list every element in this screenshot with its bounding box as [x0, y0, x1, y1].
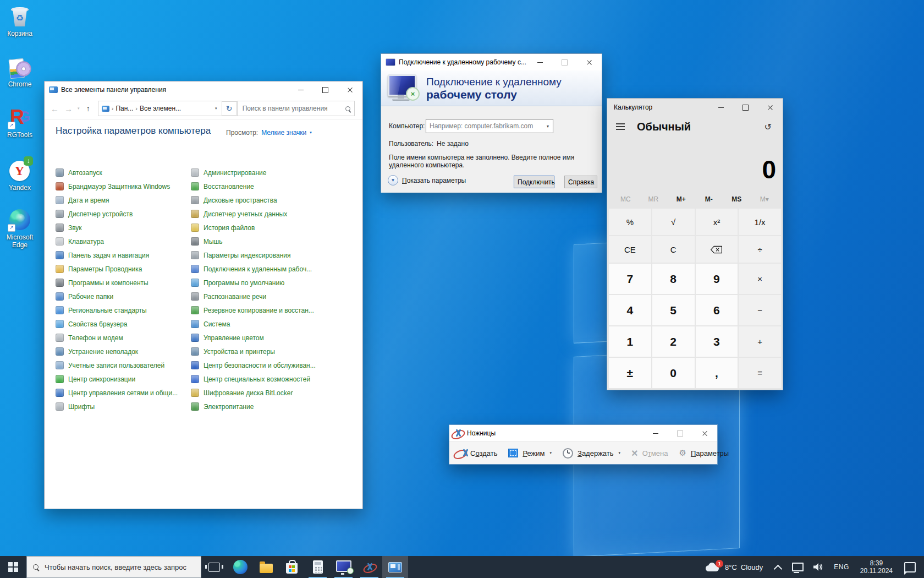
calc-memory-ms[interactable]: MS: [723, 193, 751, 205]
calc-memory-m-plus[interactable]: M+: [667, 193, 695, 205]
taskbar-rdp-button[interactable]: [331, 556, 356, 578]
calc-key-1[interactable]: 1: [609, 326, 651, 357]
show-options-chevron-button[interactable]: [388, 175, 398, 186]
cp-item[interactable]: Шрифты: [56, 400, 189, 413]
control-panel-search[interactable]: [237, 101, 355, 116]
cp-item[interactable]: Диспетчер учетных данных: [191, 207, 356, 221]
calc-key-reciprocal[interactable]: 1/x: [739, 209, 781, 235]
calc-key-4[interactable]: 4: [609, 295, 651, 325]
computer-combobox[interactable]: [426, 119, 553, 133]
cp-item[interactable]: Программы по умолчанию: [191, 276, 356, 290]
control-panel-search-input[interactable]: [241, 104, 345, 113]
calc-memory-mr[interactable]: MR: [640, 193, 668, 205]
calc-key-square[interactable]: x²: [696, 209, 738, 235]
cp-item[interactable]: Электропитание: [191, 400, 356, 413]
hamburger-menu-icon[interactable]: [610, 120, 630, 133]
chevron-down-icon[interactable]: [310, 130, 312, 135]
cp-item[interactable]: Администрирование: [191, 166, 356, 179]
cp-item[interactable]: Телефон и модем: [56, 331, 189, 345]
calc-key-ce[interactable]: CE: [609, 236, 651, 263]
cp-item[interactable]: Центр управления сетями и общи...: [56, 386, 189, 400]
cp-item[interactable]: Панель задач и навигация: [56, 248, 189, 262]
taskbar-search[interactable]: [26, 556, 201, 578]
cp-item[interactable]: Параметры индексирования: [191, 248, 356, 262]
cp-item[interactable]: Звук: [56, 221, 189, 235]
chevron-down-icon[interactable]: [543, 124, 553, 129]
snip-tool-mode[interactable]: Режим: [508, 449, 552, 457]
cp-item[interactable]: Управление цветом: [191, 331, 356, 345]
close-button[interactable]: [577, 54, 602, 70]
calc-key-multiply[interactable]: ×: [739, 264, 781, 294]
history-icon[interactable]: [761, 121, 775, 133]
cp-item[interactable]: Центр синхронизации: [56, 372, 189, 386]
back-button[interactable]: [48, 104, 62, 113]
minimize-button[interactable]: [288, 81, 313, 98]
desktop-icon-rgtools[interactable]: RGTools: [0, 106, 40, 139]
tray-overflow-chevron-icon[interactable]: [774, 564, 783, 573]
cp-item[interactable]: Рабочие папки: [56, 290, 189, 303]
calc-key-clear[interactable]: C: [652, 236, 695, 263]
breadcrumb-item-all-items[interactable]: Все элемен...: [140, 105, 181, 112]
weather-widget[interactable]: 1 8°CCloudy: [699, 563, 769, 572]
snip-tool-cancel[interactable]: Отмена: [631, 449, 668, 457]
show-options-link[interactable]: Показать параметры: [402, 177, 466, 184]
cp-item[interactable]: Центр безопасности и обслуживан...: [191, 358, 356, 372]
taskbar-task-view-button[interactable]: [201, 556, 227, 578]
action-center-icon[interactable]: [904, 562, 916, 572]
calc-key-9[interactable]: 9: [696, 264, 738, 294]
snip-tool-options[interactable]: Параметры: [679, 448, 729, 458]
calc-key-equals[interactable]: =: [739, 358, 781, 388]
calc-key-backspace[interactable]: [696, 236, 738, 263]
cp-item[interactable]: Дисковые пространства: [191, 193, 356, 207]
cp-item[interactable]: Региональные стандарты: [56, 303, 189, 317]
snip-tool-create[interactable]: Создать: [456, 449, 497, 457]
calc-key-0[interactable]: 0: [652, 358, 695, 388]
refresh-button[interactable]: [222, 101, 237, 116]
cp-item[interactable]: Программы и компоненты: [56, 276, 189, 290]
cp-item[interactable]: Устройства и принтеры: [191, 345, 356, 358]
connect-button[interactable]: Подключить: [514, 176, 554, 188]
cp-item[interactable]: Дата и время: [56, 193, 189, 207]
taskbar-calculator-button[interactable]: [305, 556, 331, 578]
history-chevron-icon[interactable]: [75, 106, 82, 111]
calc-key-3[interactable]: 3: [696, 326, 738, 357]
cp-item[interactable]: Система: [191, 317, 356, 331]
cp-item[interactable]: Учетные записи пользователей: [56, 358, 189, 372]
up-button[interactable]: [82, 104, 95, 113]
close-button[interactable]: [338, 81, 362, 98]
calc-memory-m-minus[interactable]: M-: [695, 193, 723, 205]
cp-item[interactable]: Резервное копирование и восстан...: [191, 303, 356, 317]
cp-item[interactable]: Мышь: [191, 235, 356, 248]
taskbar-clock[interactable]: 8:39 20.11.2024: [855, 559, 898, 575]
cp-item[interactable]: Шифрование диска BitLocker: [191, 386, 356, 400]
calc-key-decimal[interactable]: ,: [696, 358, 738, 388]
calc-key-2[interactable]: 2: [652, 326, 695, 357]
calc-key-divide[interactable]: ÷: [739, 236, 781, 263]
calc-key-7[interactable]: 7: [609, 264, 651, 294]
cp-item[interactable]: Восстановление: [191, 179, 356, 193]
calc-key-6[interactable]: 6: [696, 295, 738, 325]
taskbar-edge-button[interactable]: [227, 556, 253, 578]
volume-icon[interactable]: [813, 563, 823, 571]
cp-item[interactable]: Брандмауэр Защитника Windows: [56, 179, 189, 193]
calc-memory-mc[interactable]: MC: [612, 193, 640, 205]
language-indicator[interactable]: ENG: [828, 563, 855, 571]
cp-item[interactable]: Свойства браузера: [56, 317, 189, 331]
cp-item[interactable]: Параметры Проводника: [56, 262, 189, 276]
snip-tool-delay[interactable]: Задержать: [563, 448, 620, 459]
calc-key-minus[interactable]: −: [739, 295, 781, 325]
minimize-button[interactable]: [643, 425, 668, 441]
address-dropdown-icon[interactable]: [211, 106, 222, 111]
taskbar-control-panel-button[interactable]: [382, 556, 408, 578]
desktop-icon-yandex[interactable]: Yandex: [0, 159, 40, 192]
calc-key-percent[interactable]: %: [609, 209, 651, 235]
close-button[interactable]: [758, 99, 783, 116]
calc-key-plus[interactable]: +: [739, 326, 781, 357]
taskbar-store-button[interactable]: [279, 556, 305, 578]
calc-key-8[interactable]: 8: [652, 264, 695, 294]
minimize-button[interactable]: [527, 54, 552, 70]
taskbar-snipping-button[interactable]: [356, 556, 382, 578]
breadcrumb[interactable]: Пан... Все элемен...: [98, 101, 222, 116]
cp-item[interactable]: Центр специальных возможностей: [191, 372, 356, 386]
close-button[interactable]: [692, 425, 717, 441]
